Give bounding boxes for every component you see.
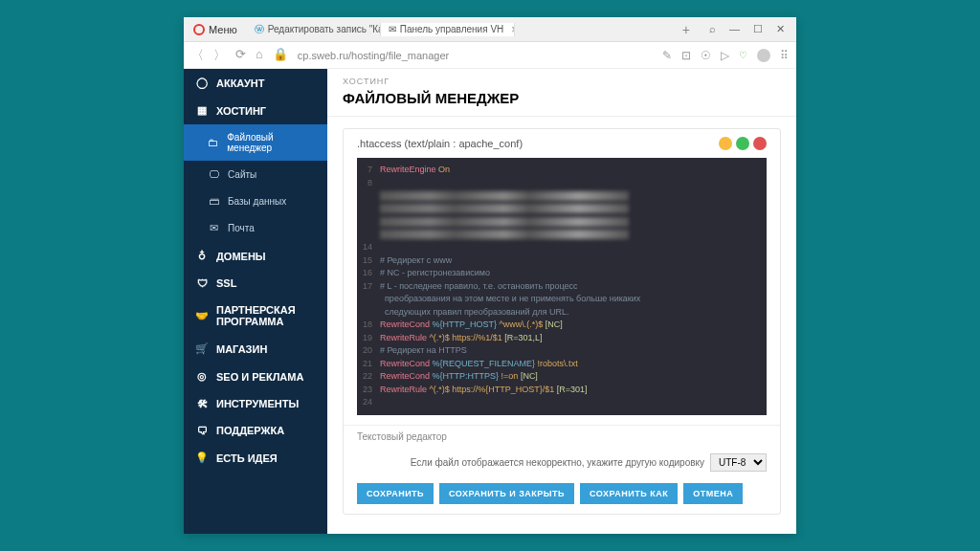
forward-icon[interactable]: 〉 bbox=[213, 47, 226, 64]
folder-icon: 🗀 bbox=[207, 137, 219, 148]
browser-tab[interactable]: ⓦРедактировать запись "Ка... bbox=[247, 23, 381, 36]
user-icon: ◯ bbox=[195, 77, 209, 89]
sidebar-item[interactable]: 🗃Базы данных bbox=[184, 187, 327, 214]
bookmark-icon[interactable]: ☉ bbox=[701, 49, 711, 62]
save-close-button[interactable]: СОХРАНИТЬ И ЗАКРЫТЬ bbox=[439, 483, 574, 504]
window-controls: ⌕ — ☐ ✕ bbox=[698, 23, 796, 35]
code-line: 20# Редирект на HTTPS bbox=[357, 344, 767, 358]
url-field[interactable]: cp.sweb.ru/hosting/file_manager bbox=[298, 50, 653, 61]
save-button[interactable]: СОХРАНИТЬ bbox=[357, 483, 434, 504]
breadcrumb: ХОСТИНГ bbox=[327, 69, 796, 88]
send-icon[interactable]: ▷ bbox=[721, 49, 729, 62]
encoding-hint: Если файл отображается некорректно, укаж… bbox=[411, 457, 704, 468]
file-actions bbox=[719, 137, 767, 150]
settings-icon[interactable]: ⠿ bbox=[780, 49, 789, 62]
mail-icon: ✉ bbox=[207, 222, 220, 234]
sidebar: ◯АККАУНТ▦ХОСТИНГ🗀Файловый менеджер🖵Сайты… bbox=[184, 69, 327, 534]
save-as-button[interactable]: СОХРАНИТЬ КАК bbox=[580, 483, 678, 504]
sidebar-item[interactable]: 🛠ИНСТРУМЕНТЫ bbox=[184, 390, 327, 417]
code-line: 22RewriteCond %{HTTP:HTTPS} !=on [NC] bbox=[357, 370, 767, 384]
code-line bbox=[357, 189, 767, 203]
tabs-container: ⓦРедактировать запись "Ка...✉Панель упра… bbox=[247, 23, 675, 36]
sidebar-item[interactable]: ◎SEO И РЕКЛАМА bbox=[184, 363, 327, 390]
close-file-icon[interactable] bbox=[753, 137, 767, 150]
heart-icon[interactable]: ♡ bbox=[739, 50, 747, 60]
home-icon[interactable]: ⌂ bbox=[256, 47, 263, 64]
cancel-button[interactable]: ОТМЕНА bbox=[683, 483, 743, 504]
page-title: ФАЙЛОВЫЙ МЕНЕДЖЕР bbox=[327, 88, 796, 117]
code-line bbox=[357, 229, 767, 242]
avatar[interactable] bbox=[757, 49, 770, 62]
sidebar-item-label: ХОСТИНГ bbox=[216, 105, 266, 117]
opera-icon bbox=[193, 24, 205, 35]
sidebar-item[interactable]: ▦ХОСТИНГ bbox=[184, 97, 327, 124]
sidebar-item[interactable]: ◯АККАУНТ bbox=[184, 69, 327, 97]
sidebar-item[interactable]: ♁ДОМЕНЫ bbox=[184, 242, 327, 270]
menu-label: Меню bbox=[209, 24, 237, 35]
code-line: 17# L - последнее правило, т.е. останови… bbox=[357, 280, 767, 294]
nav-icons: 〈 〉 ⟳ ⌂ 🔒 bbox=[191, 47, 288, 64]
main-area: ◯АККАУНТ▦ХОСТИНГ🗀Файловый менеджер🖵Сайты… bbox=[184, 69, 796, 534]
hands-icon: 🤝 bbox=[195, 310, 209, 322]
code-line bbox=[357, 203, 767, 216]
edit-icon[interactable]: ✎ bbox=[662, 49, 672, 62]
address-bar: 〈 〉 ⟳ ⌂ 🔒 cp.sweb.ru/hosting/file_manage… bbox=[184, 42, 796, 69]
code-line: 8 bbox=[357, 177, 767, 190]
back-icon[interactable]: 〈 bbox=[191, 47, 204, 64]
code-line: преобразования на этом месте и не примен… bbox=[357, 293, 767, 306]
section-label: Текстовый редактор bbox=[344, 425, 780, 448]
capture-icon[interactable]: ⊡ bbox=[681, 49, 691, 62]
sidebar-item[interactable]: 🗀Файловый менеджер bbox=[184, 124, 327, 161]
minimize-icon[interactable]: — bbox=[729, 23, 740, 35]
minimize-file-icon[interactable] bbox=[719, 137, 732, 150]
cart-icon: 🛒 bbox=[195, 342, 209, 355]
encoding-select[interactable]: UTF-8 bbox=[710, 453, 767, 472]
file-name: .htaccess (text/plain : apache_conf) bbox=[357, 138, 523, 149]
sidebar-item-label: ПАРТНЕРСКАЯ ПРОГРАММА bbox=[216, 304, 316, 327]
chat-icon: 🗨 bbox=[195, 425, 209, 436]
target-icon: ◎ bbox=[195, 370, 209, 383]
sidebar-item-label: SSL bbox=[216, 277, 236, 289]
sidebar-item[interactable]: 🗨ПОДДЕРЖКА bbox=[184, 417, 327, 444]
sidebar-item-label: ИНСТРУМЕНТЫ bbox=[216, 398, 299, 409]
encoding-row: Если файл отображается некорректно, укаж… bbox=[344, 448, 780, 477]
code-editor[interactable]: 7RewriteEngine On81415# Редирект с www16… bbox=[357, 158, 767, 415]
sidebar-item-label: SEO И РЕКЛАМА bbox=[216, 371, 303, 383]
sidebar-item-label: Почта bbox=[228, 223, 255, 233]
sidebar-item-label: МАГАЗИН bbox=[216, 343, 267, 355]
code-line: 14 bbox=[357, 241, 767, 254]
browser-window: Меню ⓦРедактировать запись "Ка...✉Панель… bbox=[184, 17, 796, 534]
menu-button[interactable]: Меню bbox=[184, 24, 247, 35]
sidebar-item[interactable]: 🖵Сайты bbox=[184, 161, 327, 187]
sidebar-item-label: АККАУНТ bbox=[216, 77, 264, 89]
sidebar-item[interactable]: 🛒МАГАЗИН bbox=[184, 335, 327, 363]
content: ХОСТИНГ ФАЙЛОВЫЙ МЕНЕДЖЕР .htaccess (tex… bbox=[327, 69, 796, 534]
code-line: следующих правил преобразований для URL. bbox=[357, 306, 767, 320]
browser-tab[interactable]: ✉Панель управления VH× bbox=[381, 23, 515, 36]
sidebar-item[interactable]: ✉Почта bbox=[184, 214, 327, 242]
titlebar: Меню ⓦРедактировать запись "Ка...✉Панель… bbox=[184, 17, 796, 42]
editor-panel: .htaccess (text/plain : apache_conf) 7Re… bbox=[343, 128, 781, 515]
search-icon[interactable]: ⌕ bbox=[709, 23, 716, 35]
monitor-icon: 🖵 bbox=[207, 168, 220, 180]
close-icon[interactable]: ✕ bbox=[776, 23, 785, 35]
new-tab-button[interactable]: + bbox=[675, 22, 698, 37]
sidebar-item-label: ДОМЕНЫ bbox=[216, 251, 266, 262]
db-icon: 🗃 bbox=[207, 195, 220, 207]
code-line: 15# Редирект с www bbox=[357, 254, 767, 268]
maximize-icon[interactable]: ☐ bbox=[753, 23, 763, 35]
code-line bbox=[357, 215, 767, 229]
code-line: 16# NC - регистронезависимо bbox=[357, 267, 767, 280]
sidebar-item-label: Базы данных bbox=[228, 196, 286, 207]
reload-icon[interactable]: ⟳ bbox=[235, 47, 246, 64]
tab-close-icon[interactable]: × bbox=[511, 23, 514, 36]
code-line: 23RewriteRule ^(.*)$ https://%{HTTP_HOST… bbox=[357, 384, 767, 397]
sidebar-item[interactable]: 💡ЕСТЬ ИДЕЯ bbox=[184, 444, 327, 472]
button-row: СОХРАНИТЬ СОХРАНИТЬ И ЗАКРЫТЬ СОХРАНИТЬ … bbox=[344, 477, 780, 514]
code-line: 24 bbox=[357, 396, 767, 409]
sidebar-item[interactable]: 🛡SSL bbox=[184, 270, 327, 297]
shield-icon: 🛡 bbox=[195, 277, 209, 289]
add-file-icon[interactable] bbox=[736, 137, 749, 150]
code-line: 21RewriteCond %{REQUEST_FILENAME} !robot… bbox=[357, 358, 767, 371]
sidebar-item[interactable]: 🤝ПАРТНЕРСКАЯ ПРОГРАММА bbox=[184, 297, 327, 335]
